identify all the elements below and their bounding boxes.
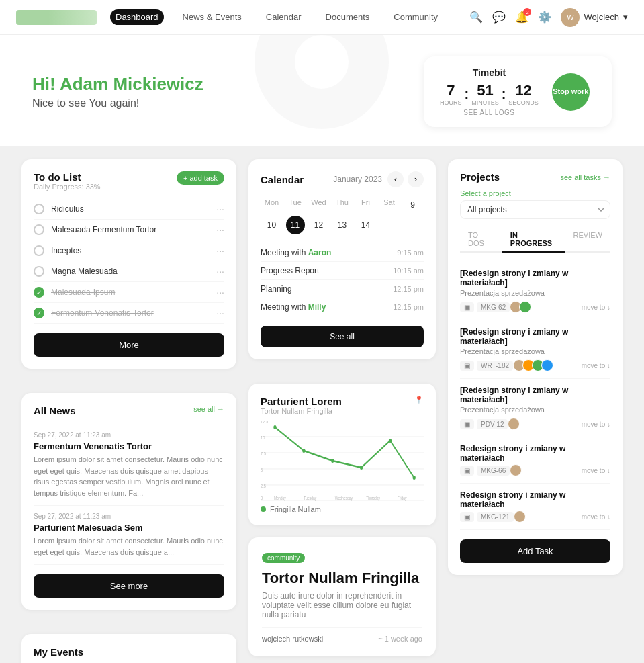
hero-greeting: Hi! Adam Mickiewicz Nice to see You agai… xyxy=(32,74,203,109)
list-item[interactable]: Inceptos ··· xyxy=(34,240,224,261)
avatar: W xyxy=(561,8,580,27)
greeting-subtitle: Nice to see You again! xyxy=(32,97,203,109)
news-see-all[interactable]: see all → xyxy=(193,405,224,413)
calendar-grid: MonTueWedThuFriSat91011121314 xyxy=(261,195,424,234)
move-to-button[interactable]: move to ↓ xyxy=(582,304,610,311)
see-logs-link[interactable]: SEE ALL LOGS xyxy=(440,109,539,116)
calendar-date[interactable]: 14 xyxy=(357,216,375,234)
calendar-date[interactable]: 11 xyxy=(286,216,305,234)
todo-options-icon[interactable]: ··· xyxy=(216,287,224,298)
calendar-see-all-button[interactable]: See all xyxy=(261,326,424,347)
calendar-prev-button[interactable]: ‹ xyxy=(387,171,404,187)
proj-tags: ▣ MKG-121 xyxy=(460,511,526,523)
news-title: All News xyxy=(34,405,76,416)
timebit-title: Timebit xyxy=(440,67,539,78)
proj-tags: ▣ MKG-66 xyxy=(460,464,522,476)
add-task-project-button[interactable]: Add Task xyxy=(460,539,610,563)
column-left: To do List Daily Progress: 33% + add tas… xyxy=(21,159,236,663)
nav-item-calendar[interactable]: Calendar xyxy=(261,9,307,25)
todo-checkbox[interactable] xyxy=(34,204,44,214)
nav-item-community[interactable]: Community xyxy=(388,9,443,25)
legend-dot xyxy=(261,506,266,512)
proj-tag-icon: ▣ xyxy=(460,466,474,476)
hero-decoration xyxy=(255,35,389,129)
chart-title: Parturient Lorem xyxy=(261,396,342,407)
svg-point-22 xyxy=(413,476,416,480)
nav-item-news[interactable]: News & Events xyxy=(177,9,247,25)
cal-event-name[interactable]: Planning xyxy=(261,284,292,294)
chat-icon[interactable]: 💬 xyxy=(492,11,506,24)
add-task-button[interactable]: + add task xyxy=(177,171,224,185)
calendar-next-button[interactable]: › xyxy=(408,171,424,187)
see-all-tasks-link[interactable]: see all tasks → xyxy=(560,173,610,181)
todo-checkbox[interactable]: ✓ xyxy=(34,308,44,318)
list-item[interactable]: ✓ Malesuada-Ipsum ··· xyxy=(34,282,224,303)
list-item: Redesign strony i zmiany w materiałach ▣… xyxy=(460,437,610,484)
chart-subtitle: Tortor Nullam Fringilla xyxy=(261,407,342,415)
proj-item-title: [Redesign strony i zmiany w materiałach] xyxy=(460,269,610,288)
list-item[interactable]: Malesuada Fermentum Tortor ··· xyxy=(34,220,224,240)
column-right: Projects see all tasks → Select a projec… xyxy=(448,159,623,663)
todo-checkbox[interactable] xyxy=(34,224,44,235)
calendar-date[interactable]: 9 xyxy=(404,195,422,214)
stop-work-button[interactable]: Stop work xyxy=(552,73,590,111)
community-post1-footer: wojciech rutkowski ~ 1 week ago xyxy=(262,627,422,643)
proj-tags: ▣ WRT-182 xyxy=(460,359,553,371)
list-item: Progress Report10:15 am xyxy=(261,262,424,280)
proj-tag-id: WRT-182 xyxy=(477,361,513,371)
post1-time: ~ 1 week ago xyxy=(378,635,422,643)
bell-icon[interactable]: 🔔2 xyxy=(515,11,528,24)
svg-text:0: 0 xyxy=(261,495,263,500)
calendar-date[interactable]: 13 xyxy=(333,216,352,234)
move-to-button[interactable]: move to ↓ xyxy=(582,467,610,474)
nav-item-dashboard[interactable]: Dashboard xyxy=(110,9,164,25)
todo-more-button[interactable]: More xyxy=(34,333,224,357)
proj-avatars xyxy=(516,359,553,371)
svg-text:Wednesday: Wednesday xyxy=(335,495,353,500)
news-item-title[interactable]: Fermentum Venenatis Tortor xyxy=(34,441,224,451)
todo-list: Ridiculus ··· Malesuada Fermentum Tortor… xyxy=(34,199,224,324)
todo-options-icon[interactable]: ··· xyxy=(216,224,224,235)
list-item: [Redesign strony i zmiany w materiałach]… xyxy=(460,262,610,320)
all-news-card: All News see all → Sep 27, 2022 at 11:23… xyxy=(21,393,236,610)
move-to-button[interactable]: move to ↓ xyxy=(582,362,610,369)
see-more-news-button[interactable]: See more xyxy=(34,574,224,598)
time-sep-1: : xyxy=(465,87,469,102)
tab-todos[interactable]: TO-DOS xyxy=(460,227,502,251)
cal-event-name[interactable]: Meeting with Aaron xyxy=(261,248,331,257)
todo-options-icon[interactable]: ··· xyxy=(216,266,224,277)
svg-text:2.5: 2.5 xyxy=(261,483,266,488)
cal-event-name[interactable]: Progress Report xyxy=(261,266,319,275)
project-select[interactable]: All projects xyxy=(460,200,610,219)
calendar-date[interactable]: 12 xyxy=(310,216,328,234)
move-to-button[interactable]: move to ↓ xyxy=(582,421,610,428)
todo-options-icon[interactable]: ··· xyxy=(216,245,224,256)
chart-area: 12.5 10 7.5 5 2.5 0 Monday Tuesday Wedne… xyxy=(261,421,424,501)
proj-item-title: [Redesign strony i zmiany w materiałach] xyxy=(460,327,610,346)
todo-left: Ridiculus xyxy=(34,204,84,214)
list-item[interactable]: Magna Malesuada ··· xyxy=(34,261,224,282)
calendar-date[interactable]: 10 xyxy=(263,216,281,234)
todo-checkbox[interactable] xyxy=(34,266,44,277)
move-to-button[interactable]: move to ↓ xyxy=(582,513,610,521)
tab-review[interactable]: REVIEW xyxy=(565,227,610,251)
news-item-title[interactable]: Parturient Malesuada Sem xyxy=(34,523,224,533)
list-item[interactable]: Ridiculus ··· xyxy=(34,199,224,220)
todo-options-icon[interactable]: ··· xyxy=(216,204,224,214)
todo-options-icon[interactable]: ··· xyxy=(216,308,224,318)
settings-icon[interactable]: ⚙️ xyxy=(538,11,551,24)
list-item[interactable]: ✓ Fermentum-Venenatis-Tortor ··· xyxy=(34,303,224,324)
user-menu[interactable]: W Wojciech ▾ xyxy=(561,8,628,27)
cal-event-time: 10:15 am xyxy=(393,267,424,275)
nav-right: 🔍 💬 🔔2 ⚙️ W Wojciech ▾ xyxy=(469,8,628,27)
todo-title-area: To do List Daily Progress: 33% xyxy=(34,171,101,191)
nav-item-documents[interactable]: Documents xyxy=(320,9,375,25)
news-date: Sep 27, 2022 at 11:23 am xyxy=(34,431,224,439)
calendar-day-label: Tue xyxy=(284,195,306,214)
todo-checkbox[interactable] xyxy=(34,245,44,256)
cal-event-name[interactable]: Meeting with Milly xyxy=(261,302,326,312)
search-icon[interactable]: 🔍 xyxy=(469,11,483,24)
calendar-card: Calendar January 2023 ‹ › MonTueWedThuFr… xyxy=(248,159,436,359)
tab-in-progress[interactable]: IN PROGRESS xyxy=(502,227,565,253)
todo-checkbox[interactable]: ✓ xyxy=(34,287,44,298)
